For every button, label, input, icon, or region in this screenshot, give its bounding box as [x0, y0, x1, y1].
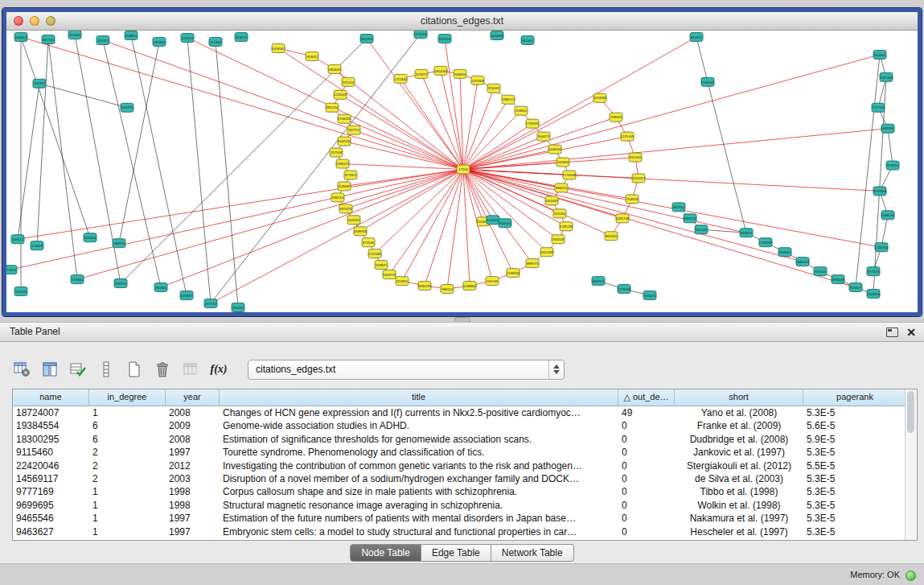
table-row[interactable]: 1938455462009Genome-wide association stu…	[13, 419, 917, 432]
graph-node[interactable]: 920035	[487, 84, 500, 93]
column-header-in_degree[interactable]: in_degree	[89, 389, 166, 406]
table-selector-combobox[interactable]: citations_edges.txt	[248, 360, 565, 380]
graph-node[interactable]: 975316	[342, 77, 355, 86]
graph-node[interactable]: 873301	[344, 171, 357, 179]
graph-node[interactable]: 1845315	[881, 124, 895, 133]
graph-node[interactable]: 922160	[553, 209, 566, 218]
graph-node[interactable]: 1772046	[618, 285, 631, 294]
graph-node[interactable]: 867912	[672, 203, 685, 212]
graph-node[interactable]: 186532	[113, 239, 125, 248]
graph-node[interactable]: 1534457	[487, 216, 500, 225]
scrollbar-thumb[interactable]	[907, 391, 914, 433]
graph-node[interactable]: 1759920	[526, 119, 540, 128]
table-row[interactable]: 911546021997Tourette syndrome. Phenomeno…	[13, 446, 917, 459]
graph-node[interactable]: 1662043	[434, 66, 448, 75]
graph-node[interactable]: 860965	[605, 232, 618, 241]
import-table-icon[interactable]	[180, 359, 201, 380]
table-row[interactable]: 2242004622012Investigating the contribut…	[13, 459, 917, 472]
graph-node[interactable]: 1830295	[418, 282, 432, 290]
graph-node[interactable]: 905144	[695, 225, 708, 234]
close-panel-icon[interactable]: ✕	[906, 327, 916, 338]
column-header-pagerank[interactable]: pagerank	[803, 389, 907, 406]
graph-node[interactable]: 1722840	[394, 74, 408, 83]
graph-node[interactable]: 1210553	[875, 243, 889, 252]
graph-node[interactable]: 183306	[153, 37, 166, 46]
graph-node[interactable]: 1870255	[339, 204, 353, 213]
table-row[interactable]: 1456911722003Disruption of a novel membe…	[13, 472, 917, 485]
tab-node-table[interactable]: Node Table	[350, 544, 421, 562]
graph-node[interactable]: 1573306	[471, 76, 485, 84]
graph-node[interactable]: 927744	[872, 103, 885, 112]
column-header-short[interactable]: short	[675, 389, 803, 406]
graph-node[interactable]: 1575105	[621, 132, 634, 141]
graph-node[interactable]: 195267	[97, 35, 109, 44]
column-header-year[interactable]: year	[166, 389, 220, 406]
graph-node[interactable]: 958841	[515, 106, 528, 115]
graph-node[interactable]: 1068534	[881, 211, 895, 220]
graph-node[interactable]: 963012	[306, 51, 318, 60]
tab-edge-table[interactable]: Edge Table	[421, 544, 491, 562]
graph-node[interactable]: 1074583	[593, 93, 607, 102]
column-header-title[interactable]: title	[220, 389, 618, 406]
graph-node[interactable]: 931684	[556, 158, 569, 167]
graph-node[interactable]: 1526847	[338, 182, 351, 191]
graph-node[interactable]: 953365	[873, 50, 886, 59]
graph-node[interactable]: 1985072	[336, 159, 350, 168]
graph-node[interactable]: 1572310	[414, 31, 428, 38]
graph-node[interactable]: 201600	[84, 233, 97, 242]
table-row[interactable]: 946554611997Estimation of the future num…	[13, 512, 917, 525]
graph-node[interactable]: 953261	[396, 277, 409, 286]
column-header-out_de[interactable]: △ out_de…	[618, 389, 675, 406]
graph-node[interactable]: 205316	[33, 79, 46, 88]
graph-node[interactable]: 1686517	[502, 95, 515, 104]
network-canvas[interactable]: 1724018240079630121853021975316122400588…	[6, 31, 918, 312]
graph-node[interactable]: 804459	[740, 229, 753, 237]
graph-node[interactable]: 940518	[552, 235, 565, 244]
graph-node[interactable]: 1604972	[383, 270, 396, 279]
graph-node[interactable]: 1816040	[832, 275, 845, 284]
graph-node[interactable]: 201605	[154, 283, 167, 292]
graph-node[interactable]: 1849210	[684, 214, 697, 223]
graph-node[interactable]: 961317	[521, 35, 534, 44]
graph-node[interactable]: 197730	[204, 299, 217, 308]
graph-node[interactable]: 1758203	[338, 114, 351, 123]
graph-node[interactable]: 1774038	[563, 171, 577, 179]
graph-node[interactable]: 813047	[690, 32, 703, 41]
graph-node[interactable]: 174426	[31, 241, 43, 250]
graph-node[interactable]: 889075	[526, 259, 539, 268]
show-columns-icon[interactable]	[39, 359, 60, 380]
delete-table-icon[interactable]	[152, 359, 173, 380]
table-row[interactable]: 1830029562008Estimation of significance …	[13, 433, 917, 446]
table-vertical-scrollbar[interactable]	[905, 389, 917, 540]
graph-node[interactable]: 873920	[886, 161, 899, 170]
graph-node[interactable]: 1752483	[368, 249, 382, 258]
graph-node[interactable]: 191482	[209, 37, 222, 46]
graph-node[interactable]: 1597483	[880, 72, 893, 81]
graph-node[interactable]: 169012	[11, 235, 24, 244]
network-svg[interactable]: 1724018240079630121853021975316122400588…	[6, 31, 918, 312]
graph-node[interactable]: 17240	[457, 165, 470, 174]
graph-node[interactable]: 924503	[643, 291, 656, 300]
graph-node[interactable]: 206812	[14, 32, 27, 41]
graph-node[interactable]: 748503	[610, 113, 622, 122]
graph-node[interactable]: 1680224	[796, 257, 810, 266]
graph-node[interactable]: 754903	[626, 195, 639, 204]
float-panel-icon[interactable]	[886, 328, 898, 337]
graph-node[interactable]: 918837	[375, 261, 388, 270]
graph-node[interactable]: 1538804	[463, 282, 477, 290]
graph-node[interactable]: 127508	[330, 148, 343, 157]
graph-node[interactable]: 173354	[6, 266, 17, 274]
table-row[interactable]: 969969511998Structural magnetic resonanc…	[13, 499, 917, 512]
graph-node[interactable]: 205370	[121, 103, 133, 112]
table-row[interactable]: 1872400712008Changes of HCN gene express…	[13, 406, 917, 419]
graph-node[interactable]: 942751	[347, 126, 360, 134]
graph-node[interactable]: 916532	[499, 219, 511, 228]
graph-node[interactable]: 946690	[454, 69, 466, 78]
graph-node[interactable]: 1946529	[701, 77, 715, 86]
graph-node[interactable]: 187345	[42, 35, 55, 43]
graph-node[interactable]: 864522	[592, 277, 605, 286]
graph-node[interactable]: 886220	[555, 183, 568, 192]
graph-node[interactable]: 1824007	[272, 43, 285, 52]
function-builder-icon[interactable]: f(x)	[208, 359, 229, 380]
graph-node[interactable]: 1733208	[759, 238, 773, 247]
